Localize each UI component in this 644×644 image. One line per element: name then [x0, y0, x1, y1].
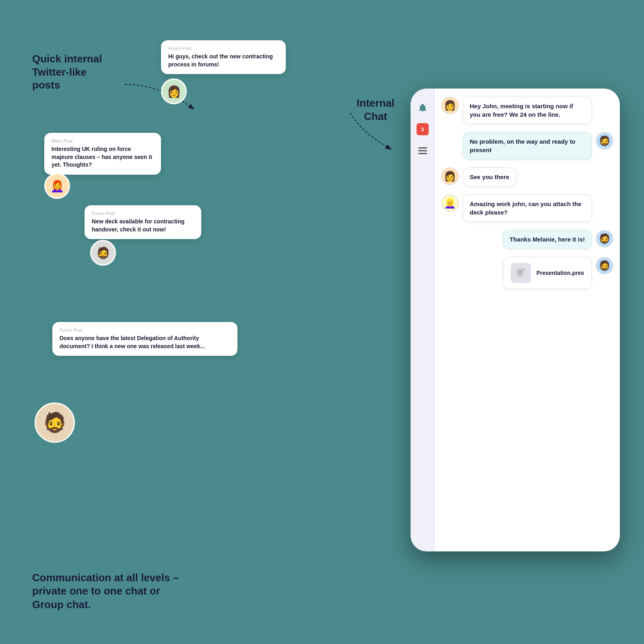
chat-avatar-4: 👱‍♀️: [441, 194, 459, 212]
svg-rect-1: [518, 271, 522, 272]
chat-avatar-1: 👩: [441, 97, 459, 114]
svg-rect-0: [517, 268, 523, 277]
chat-message-1: 👩 Hey John, meeting is starting now if y…: [441, 97, 613, 124]
chat-text-3: See you there: [470, 173, 509, 180]
bubble1-text: Hi guys, check out the new contracting p…: [168, 53, 279, 68]
badge-count: 3: [421, 126, 424, 132]
arrow-internal-chat: [330, 109, 411, 157]
chat-area: 👩 Hey John, meeting is starting now if y…: [435, 89, 620, 551]
chat-avatar-5: 🧔: [596, 230, 613, 248]
bubble1-avatar: 👩: [161, 78, 187, 104]
bubble3-avatar: 🧔: [90, 240, 116, 266]
chat-text-1: Hey John, meeting is starting now if you…: [470, 103, 573, 118]
menu-icon[interactable]: [415, 143, 430, 158]
bubble1-label: Forum Post: [168, 46, 279, 51]
top-left-annotation: Quick internal Twitter-like posts: [32, 52, 102, 92]
notification-icon[interactable]: [415, 101, 430, 115]
chat-avatar-3: 👩: [441, 167, 459, 185]
bottom-left-annotation: Communication at all levels – private on…: [32, 571, 193, 612]
bottom-annotation-text: Communication at all levels – private on…: [32, 572, 179, 611]
svg-marker-3: [523, 268, 525, 270]
chat-message-4: 👱‍♀️ Amazing work john, can you attach t…: [441, 194, 613, 222]
bubble4-text: Does anyone have the latest Delegation o…: [60, 334, 230, 350]
menu-line-3: [418, 153, 427, 154]
annotation-line1: Quick internal: [32, 52, 102, 66]
forum-bubble-4: Forum Post Does anyone have the latest D…: [52, 322, 237, 356]
file-name: Presentation.pres: [537, 270, 584, 276]
chat-text-5: Thanks Melanie, here it is!: [510, 236, 585, 243]
chat-message-5: 🧔 Thanks Melanie, here it is!: [441, 230, 613, 249]
notification-badge[interactable]: 3: [417, 123, 429, 135]
forum-bubble-1: Forum Post Hi guys, check out the new co…: [161, 40, 286, 74]
forum-bubble-3: Forum Post New deck available for contra…: [85, 205, 201, 239]
annotation-line3: posts: [32, 78, 102, 92]
sidebar: 3: [411, 89, 435, 551]
annotation-line2: Twitter-like: [32, 66, 102, 79]
device-inner: 3 👩 Hey John, meeting is starting now if…: [411, 89, 620, 551]
main-device: 3 👩 Hey John, meeting is starting now if…: [411, 89, 620, 551]
chat-bubble-5: Thanks Melanie, here it is!: [503, 230, 592, 249]
bubble2-label: Micro Post: [52, 138, 154, 143]
bubble3-label: Forum Post: [92, 211, 194, 216]
chat-message-3: 👩 See you there: [441, 167, 613, 186]
micro-bubble-2: Micro Post Interesting UK ruling on forc…: [44, 133, 161, 175]
bubble3-text: New deck available for contracting hando…: [92, 218, 194, 233]
chat-avatar-6: 🧔: [596, 257, 613, 275]
file-icon: [511, 263, 531, 283]
chat-bubble-2: No problem, on the way and ready to pres…: [463, 132, 592, 159]
chat-bubble-3: See you there: [463, 167, 516, 186]
chat-text-4: Amazing work john, can you attach the de…: [470, 200, 582, 216]
file-bubble-6: Presentation.pres: [503, 257, 592, 289]
chat-message-6: 🧔 Presentation.pres: [441, 257, 613, 289]
chat-bubble-4: Amazing work john, can you attach the de…: [463, 194, 592, 222]
chat-bubble-1: Hey John, meeting is starting now if you…: [463, 97, 592, 124]
bubble2-text: Interesting UK ruling on force majeure c…: [52, 145, 154, 169]
bubble4-avatar: 🧔: [35, 402, 75, 443]
chat-message-2: 🧔 No problem, on the way and ready to pr…: [441, 132, 613, 159]
chat-text-2: No problem, on the way and ready to pres…: [470, 138, 576, 153]
menu-line-1: [418, 147, 427, 149]
arrow-top-left: [121, 80, 201, 121]
chat-avatar-2: 🧔: [596, 132, 613, 150]
bubble2-avatar: 👩‍🦰: [44, 173, 70, 199]
bubble4-label: Forum Post: [60, 328, 230, 332]
svg-rect-2: [518, 273, 521, 274]
menu-line-2: [418, 150, 427, 151]
annotation-right-line1: Internal: [357, 97, 394, 110]
